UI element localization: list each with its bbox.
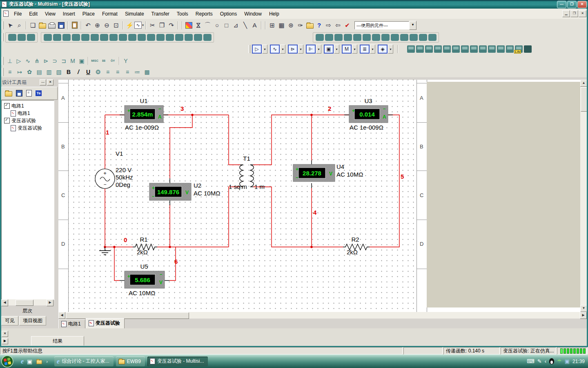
draw-ellipse-button[interactable]: ○ (212, 21, 222, 30)
redo-button[interactable]: ↷ (167, 21, 176, 30)
comp-cmos-button[interactable] (100, 34, 108, 41)
family-rated-combo[interactable]: ◈▾ (378, 45, 393, 54)
edit-pointer-button[interactable]: ➤ (5, 21, 15, 30)
grapher-button-dropdown-icon[interactable]: ▾ (142, 23, 144, 27)
comp-basic-button[interactable] (53, 34, 61, 41)
comp-junction-button[interactable] (27, 34, 35, 41)
toolbar-handle[interactable] (2, 57, 4, 65)
insert-object-icon[interactable]: ↦ (15, 68, 24, 76)
place-cmos-icon[interactable]: ⊐ (59, 57, 68, 65)
comp-source-button[interactable] (44, 34, 52, 41)
four-channel-oscilloscope-button[interactable] (443, 45, 451, 53)
scroll-left-icon[interactable]: ◀ (1, 299, 8, 306)
copy-button[interactable]: ❐ (157, 21, 167, 30)
frequency-counter-button[interactable] (461, 45, 469, 53)
virtual-ammeter-button[interactable] (410, 34, 418, 41)
circuit-drawing[interactable]: 2.854m+−AU1AC 1e-009Ω149.876+−VU2AC 10MΩ… (58, 80, 417, 312)
bold-icon[interactable]: B (64, 68, 73, 76)
comp-diode-button[interactable] (62, 34, 71, 41)
oscilloscope-button[interactable] (434, 45, 442, 53)
align-center-icon[interactable]: ≡ (113, 68, 122, 76)
comp-bus-button[interactable] (18, 34, 26, 41)
hourglass-button[interactable]: ⋈ (194, 21, 203, 30)
place-transistor-icon[interactable]: ⋔ (32, 57, 41, 65)
start-button[interactable] (1, 355, 13, 368)
tree-item-电路1[interactable]: 电路1 (2, 102, 54, 110)
family-power-combo-dropdown-icon[interactable]: ▾ (370, 45, 375, 54)
menu-file[interactable]: File (10, 9, 25, 18)
family-mixed-combo[interactable]: ▣▾ (324, 45, 339, 54)
place-source-icon[interactable]: ⊥ (5, 57, 14, 65)
globe-icon[interactable]: ❂ (94, 68, 102, 76)
family-transistor-combo[interactable]: ⊩▾ (306, 45, 321, 54)
tray-network-icon[interactable]: ▣ (565, 358, 570, 364)
virtual-3d-button[interactable] (400, 34, 408, 41)
place-diode-icon[interactable]: ▷ (14, 57, 23, 65)
forward-annotate-button[interactable]: ⇨ (324, 21, 333, 30)
sheet-restore-button[interactable]: ❐ (570, 10, 578, 17)
picture-doc-icon[interactable]: ▧ (54, 68, 63, 76)
undo-button[interactable]: ↶ (83, 21, 93, 30)
wire[interactable] (370, 115, 399, 247)
family-analog-combo-dropdown-icon[interactable]: ▾ (262, 45, 267, 54)
grapher-button[interactable]: ∿▾ (134, 21, 144, 30)
quicklaunch-folder-icon[interactable] (36, 360, 42, 364)
menu-insert[interactable]: Insert (59, 9, 79, 18)
tray-keyboard-icon[interactable]: ⌨ (527, 358, 535, 364)
comp-power-button[interactable] (138, 34, 146, 41)
zoom-page-button[interactable]: ⌕ (15, 21, 24, 30)
menu-tools[interactable]: Tools (173, 9, 192, 18)
align-left-icon[interactable]: ≡ (103, 68, 112, 76)
insert-picture-icon[interactable]: ▩ (143, 68, 151, 76)
scroll-down-icon[interactable]: ▼ (580, 305, 587, 312)
sheet-minimize-button[interactable]: ▁ (562, 10, 570, 17)
toolbox-open-button[interactable] (5, 90, 12, 96)
toolbar-handle[interactable] (2, 21, 4, 29)
quicklaunch-more-icon[interactable]: › (46, 359, 48, 364)
window-minimize-button[interactable]: — (557, 1, 566, 8)
comp-misc-button[interactable] (147, 34, 155, 41)
virtual-diode-button[interactable] (334, 34, 343, 41)
wire[interactable] (253, 115, 349, 165)
word-generator-button[interactable] (470, 45, 478, 53)
place-ttl-icon[interactable]: ⊃ (50, 57, 59, 65)
sheet-tab-transformer[interactable]: 变压器试验 (86, 318, 125, 328)
resistor-label-R2[interactable]: R2 (351, 236, 359, 243)
toolbox-close-button[interactable]: ✕ (47, 79, 53, 85)
menu-edit[interactable]: Edit (25, 9, 41, 18)
tray-qq-icon[interactable] (549, 358, 554, 364)
wattmeter-button[interactable] (425, 45, 433, 53)
tree-subitem-变压器试验[interactable]: 变压器试验 (2, 124, 54, 132)
tray-pen-icon[interactable]: ✎ (537, 358, 542, 364)
family-transistor-combo-dropdown-icon[interactable]: ▾ (316, 45, 321, 54)
sheet-tab-circuit1[interactable]: 电路1 (58, 319, 85, 328)
logic-analyzer-button[interactable] (479, 45, 487, 53)
results-expand-icon[interactable]: ▶ (2, 338, 8, 344)
comp-indicator-button[interactable] (128, 34, 136, 41)
clipboard-doc-icon[interactable]: ▥ (45, 68, 53, 76)
menu-options[interactable]: Options (216, 9, 241, 18)
transformer-secondary-coil[interactable] (250, 165, 254, 187)
print-button[interactable] (47, 21, 56, 30)
place-basic-icon[interactable]: ∿ (23, 57, 32, 65)
family-diode-combo[interactable]: ⊳▾ (288, 45, 303, 54)
draw-rectangle-button[interactable]: □ (222, 21, 231, 30)
toolbar-handle[interactable] (2, 68, 4, 76)
zoom-out-button[interactable]: ⊖ (102, 21, 111, 30)
virtual-basic-button[interactable] (325, 34, 333, 41)
checkbox-icon[interactable] (4, 118, 10, 123)
comp-wire-button[interactable] (8, 34, 16, 41)
toolbox-tab-visible[interactable]: 可见 (1, 316, 18, 325)
menu-view[interactable]: View (41, 9, 59, 18)
results-tab[interactable]: 结果 (31, 336, 84, 346)
resistor-label-R1[interactable]: R1 (140, 236, 147, 243)
family-analog-combo[interactable]: ▷▾ (252, 45, 267, 54)
comp-analog-button[interactable] (81, 34, 89, 41)
analysis-button[interactable]: ✑ (296, 21, 305, 30)
menu-simulate[interactable]: Simulate (121, 9, 148, 18)
toolbox-tab-project[interactable]: 项目视图 (19, 316, 46, 325)
task-multisim[interactable]: 变压器试验 - Multisi... (147, 357, 208, 366)
distortion-analyzer-button[interactable] (506, 45, 514, 53)
menu-format[interactable]: Format (98, 9, 121, 18)
scroll-up-icon[interactable]: ▲ (580, 80, 587, 87)
